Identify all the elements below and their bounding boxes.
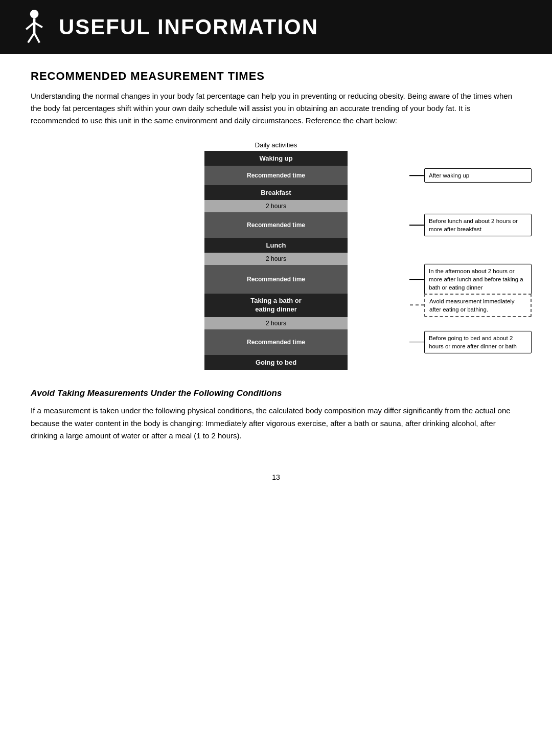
page-number: 13 [31, 473, 521, 497]
row-hours-2: 2 hours [133, 253, 419, 265]
callout-2: Before lunch and about 2 hours or more a… [424, 214, 532, 236]
figure-icon [20, 9, 49, 45]
row-going-to-bed: Going to bed [133, 355, 419, 370]
avoid-title: Avoid Taking Measurements Under the Foll… [31, 388, 521, 398]
row-rec-3: Recommended time In the afternoon about … [133, 265, 419, 294]
rec-time-4: Recommended time [204, 329, 348, 355]
rec-time-3: Recommended time [204, 265, 348, 294]
activity-bath-dinner: Taking a bath oreating dinner [204, 294, 348, 317]
activity-breakfast: Breakfast [204, 185, 348, 200]
avoid-text: If a measurement is taken under the foll… [31, 405, 521, 442]
section1-title: Recommended Measurement Times [31, 70, 521, 83]
hours-3: 2 hours [204, 317, 348, 329]
page-header: USEFUL INFORMATION [0, 0, 552, 54]
row-breakfast: Breakfast [133, 185, 419, 200]
svg-line-4 [28, 33, 34, 43]
hours-1: 2 hours [204, 200, 348, 212]
row-rec-1: Recommended time After waking up [133, 166, 419, 185]
row-bath-dinner: Taking a bath oreating dinner Avoid meas… [133, 294, 419, 317]
row-lunch: Lunch [133, 238, 419, 253]
svg-line-5 [34, 33, 39, 43]
callout-4: Before going to bed and about 2 hours or… [424, 331, 532, 353]
chart-label: Daily activities [133, 141, 419, 149]
row-waking-up: Waking up [133, 151, 419, 166]
rec-time-2: Recommended time [204, 212, 348, 238]
row-rec-2: Recommended time Before lunch and about … [133, 212, 419, 238]
activity-waking-up: Waking up [204, 151, 348, 166]
svg-line-3 [34, 23, 42, 27]
section1-intro: Understanding the normal changes in your… [31, 90, 521, 127]
row-rec-4: Recommended time Before going to bed and… [133, 329, 419, 355]
chart-area: Daily activities Waking up Recommended t… [31, 141, 521, 370]
timeline-chart: Daily activities Waking up Recommended t… [133, 141, 419, 370]
rec-time-1: Recommended time [204, 166, 348, 185]
svg-line-2 [26, 23, 34, 29]
activity-lunch: Lunch [204, 238, 348, 253]
main-content: Recommended Measurement Times Understand… [0, 70, 552, 497]
callout-3: In the afternoon about 2 hours or more a… [424, 264, 532, 295]
activity-going-to-bed: Going to bed [204, 355, 348, 370]
section-avoid: Avoid Taking Measurements Under the Foll… [31, 388, 521, 442]
callout-1: After waking up [424, 168, 532, 183]
hours-2: 2 hours [204, 253, 348, 265]
page-title: USEFUL INFORMATION [59, 15, 318, 39]
row-hours-1: 2 hours [133, 200, 419, 212]
section-measurement-times: Recommended Measurement Times Understand… [31, 70, 521, 127]
svg-point-0 [30, 10, 39, 18]
row-hours-3: 2 hours [133, 317, 419, 329]
callout-avoid: Avoid measurement immediately after eati… [424, 294, 532, 317]
